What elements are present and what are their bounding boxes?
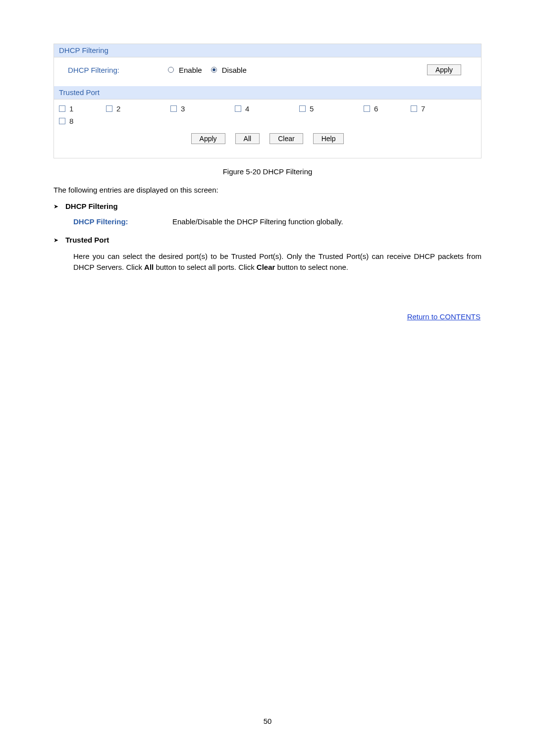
bullet-text: Trusted Port xyxy=(65,236,109,244)
trusted-port-buttons: Apply All Clear Help xyxy=(59,127,476,154)
help-button[interactable]: Help xyxy=(313,133,344,144)
port-label: 1 xyxy=(69,104,73,113)
arrow-icon: ➤ xyxy=(54,203,58,210)
text-segment: button to select none. xyxy=(275,263,348,271)
all-button[interactable]: All xyxy=(235,133,260,144)
radio-disable-label: Disable xyxy=(222,66,247,74)
port-cell-8: 8 xyxy=(59,115,123,127)
radio-enable-label: Enable xyxy=(179,66,202,74)
port-label: 6 xyxy=(374,104,378,113)
text-bold-clear: Clear xyxy=(257,263,275,271)
return-to-contents-link[interactable]: Return to CONTENTS xyxy=(407,312,481,321)
port-label: 3 xyxy=(181,104,185,113)
dhcp-filtering-row: DHCP Filtering: Enable Disable Apply xyxy=(54,57,481,86)
port-cell-1: 1 xyxy=(59,102,106,115)
bullet-text: DHCP Filtering xyxy=(65,202,118,210)
arrow-icon: ➤ xyxy=(54,237,58,244)
term-label: DHCP Filtering: xyxy=(73,217,172,226)
radio-enable[interactable] xyxy=(168,67,174,73)
port-cell-6: 6 xyxy=(364,102,411,115)
port-label: 4 xyxy=(245,104,249,113)
apply-button-dhcp[interactable]: Apply xyxy=(427,64,461,75)
port-label: 5 xyxy=(310,104,314,113)
bullet-dhcp-filtering: ➤ DHCP Filtering xyxy=(54,202,482,210)
port-label: 2 xyxy=(116,104,120,113)
radio-disable[interactable] xyxy=(211,67,217,73)
text-segment: button to select all ports. Click xyxy=(154,263,257,271)
bullet-trusted-port: ➤ Trusted Port xyxy=(54,236,482,244)
trusted-port-description: Here you can select the desired port(s) … xyxy=(54,251,482,273)
port-cell-2: 2 xyxy=(106,102,170,115)
port-checkbox-4[interactable] xyxy=(235,105,241,112)
section-title-trusted-port: Trusted Port xyxy=(54,86,481,100)
port-checkbox-7[interactable] xyxy=(411,105,417,112)
term-dhcp-filtering: DHCP Filtering: Enable/Disable the DHCP … xyxy=(54,217,482,226)
apply-button-ports[interactable]: Apply xyxy=(191,133,225,144)
trusted-port-area: 1 2 3 4 5 xyxy=(54,100,481,158)
port-cell-5: 5 xyxy=(299,102,364,115)
intro-text: The following entries are displayed on t… xyxy=(54,185,482,195)
figure-caption: Figure 5-20 DHCP Filtering xyxy=(54,167,482,176)
port-checkbox-1[interactable] xyxy=(59,105,65,112)
port-checkbox-8[interactable] xyxy=(59,118,65,124)
page-number: 50 xyxy=(0,717,535,725)
dhcp-filtering-radio-group: Enable Disable xyxy=(168,66,247,74)
port-cell-3: 3 xyxy=(170,102,235,115)
ports-grid: 1 2 3 4 5 xyxy=(59,102,476,127)
port-checkbox-2[interactable] xyxy=(106,105,112,112)
port-label: 8 xyxy=(69,117,73,125)
port-cell-4: 4 xyxy=(235,102,299,115)
dhcp-filtering-label: DHCP Filtering: xyxy=(59,66,168,74)
port-checkbox-5[interactable] xyxy=(299,105,306,112)
text-bold-all: All xyxy=(144,263,154,271)
term-desc: Enable/Disable the DHCP Filtering functi… xyxy=(172,217,482,226)
port-label: 7 xyxy=(421,104,425,113)
section-title-dhcp-filtering: DHCP Filtering xyxy=(54,44,481,57)
clear-button[interactable]: Clear xyxy=(269,133,303,144)
port-checkbox-6[interactable] xyxy=(364,105,370,112)
port-cell-7: 7 xyxy=(411,102,458,115)
dhcp-filtering-panel: DHCP Filtering DHCP Filtering: Enable Di… xyxy=(54,44,482,158)
port-checkbox-3[interactable] xyxy=(170,105,177,112)
